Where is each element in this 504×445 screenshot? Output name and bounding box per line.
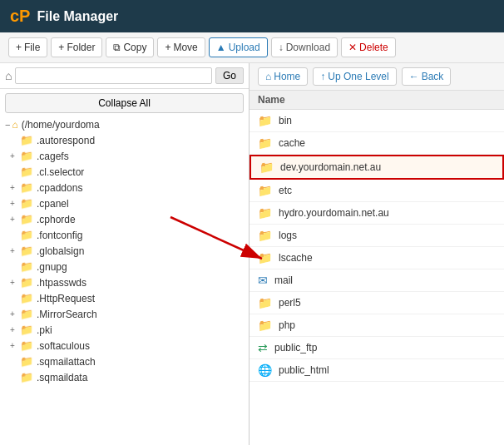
- tree-item-gnupg[interactable]: 📁 .gnupg: [3, 259, 245, 274]
- file-row-hydro[interactable]: 📁 hydro.yourdomain.net.au: [250, 202, 504, 225]
- file-row-public-ftp[interactable]: ⇄ public_ftp: [250, 337, 504, 359]
- main-content: ⌂ Go Collapse All − ⌂ (/home/yourdoma 📁 …: [0, 63, 504, 445]
- folder-icon: 📁: [258, 319, 272, 332]
- file-row-logs[interactable]: 📁 logs: [250, 225, 504, 247]
- tree-item-cpanel[interactable]: + 📁 .cpanel: [3, 195, 245, 211]
- pki-expand: +: [10, 325, 20, 334]
- tree-item-root[interactable]: − ⌂ (/home/yourdoma: [3, 117, 245, 132]
- go-button[interactable]: Go: [215, 67, 244, 84]
- folder-icon: 📁: [258, 229, 272, 242]
- file-label: File: [24, 42, 40, 53]
- folder-icon: 📁: [20, 292, 33, 304]
- tree-item-clselector[interactable]: 📁 .cl.selector: [3, 164, 245, 180]
- download-icon: ↓: [279, 42, 284, 53]
- tree-item-pki[interactable]: + 📁 .pki: [3, 322, 245, 338]
- folder-icon: 📁: [258, 114, 272, 127]
- back-icon: ←: [409, 71, 419, 82]
- cagefs-expand: +: [10, 151, 20, 161]
- collapse-all-button[interactable]: Collapse All: [5, 93, 244, 113]
- file-button[interactable]: + File: [8, 37, 47, 57]
- file-name-php: php: [279, 319, 295, 331]
- back-button[interactable]: ← Back: [402, 67, 452, 86]
- htpasswds-expand: +: [10, 278, 20, 287]
- main-toolbar: + File + Folder ⧉ Copy + Move ▲ Upload ↓…: [0, 32, 504, 63]
- move-button[interactable]: + Move: [157, 37, 205, 57]
- file-icon: +: [16, 42, 22, 53]
- cpanel-logo: cP: [10, 7, 30, 26]
- softaculous-expand: +: [10, 341, 20, 350]
- folder-icon: 📁: [20, 245, 33, 257]
- file-name-hydro: hydro.yourdomain.net.au: [279, 207, 389, 219]
- tree-item-cphorde[interactable]: + 📁 .cphorde: [3, 211, 245, 227]
- fontconfig-label: .fontconfig: [37, 230, 82, 241]
- home-nav-icon: ⌂: [265, 71, 271, 82]
- path-home-icon: ⌂: [5, 69, 12, 82]
- mail-icon: ✉: [258, 274, 268, 287]
- folder-icon: 📁: [258, 296, 272, 309]
- delete-button[interactable]: ✕ Delete: [341, 37, 396, 57]
- up-one-level-button[interactable]: ↑ Up One Level: [313, 67, 396, 86]
- globe-icon: 🌐: [258, 363, 272, 377]
- path-input[interactable]: [15, 67, 212, 84]
- sqmaildata-label: .sqmaildata: [37, 372, 87, 383]
- file-list-panel: ⌂ Home ↑ Up One Level ← Back Name 📁 bin …: [250, 63, 504, 445]
- file-name-lscache: lscache: [279, 252, 313, 264]
- tree-item-htpasswds[interactable]: + 📁 .htpasswds: [3, 274, 245, 290]
- tree-item-autorespond[interactable]: 📁 .autorespond: [3, 132, 245, 148]
- cpaddons-label: .cpaddons: [37, 182, 82, 194]
- folder-label: Folder: [67, 42, 95, 53]
- folder-icon: 📁: [258, 184, 272, 197]
- file-row-perl5[interactable]: 📁 perl5: [250, 292, 504, 314]
- file-row-dev[interactable]: 📁 dev.yourdomain.net.au: [250, 155, 504, 180]
- tree-item-sqmailattach[interactable]: 📁 .sqmailattach: [3, 354, 245, 369]
- file-name-cache: cache: [279, 137, 305, 149]
- htpasswds-label: .htpasswds: [37, 277, 86, 289]
- app-header: cP File Manager: [0, 0, 504, 32]
- root-label: (/home/yourdoma: [22, 119, 100, 131]
- gnupg-label: .gnupg: [37, 261, 67, 273]
- tree-item-cagefs[interactable]: + 📁 .cagefs: [3, 148, 245, 164]
- file-name-bin: bin: [279, 115, 292, 126]
- httprequest-label: .HttpRequest: [37, 293, 95, 304]
- file-row-mail[interactable]: ✉ mail: [250, 269, 504, 292]
- file-row-bin[interactable]: 📁 bin: [250, 110, 504, 132]
- path-bar: ⌂ Go: [0, 63, 249, 89]
- folder-icon: 📁: [20, 260, 33, 273]
- tree-item-httprequest[interactable]: 📁 .HttpRequest: [3, 290, 245, 306]
- folder-icon: 📁: [20, 308, 33, 320]
- tree-item-sqmaildata[interactable]: 📁 .sqmaildata: [3, 369, 245, 385]
- folder-icon: 📁: [20, 197, 33, 210]
- softaculous-label: .softaculous: [37, 340, 90, 352]
- file-row-etc[interactable]: 📁 etc: [250, 180, 504, 202]
- mirrorsearch-expand: +: [10, 309, 20, 319]
- file-row-cache[interactable]: 📁 cache: [250, 132, 504, 155]
- tree-item-globalsign[interactable]: + 📁 .globalsign: [3, 243, 245, 259]
- file-row-lscache[interactable]: 📁 lscache: [250, 247, 504, 269]
- folder-icon: 📁: [20, 134, 33, 146]
- tree-item-mirrorsearch[interactable]: + 📁 .MirrorSearch: [3, 306, 245, 322]
- tree-item-cpaddons[interactable]: + 📁 .cpaddons: [3, 180, 245, 195]
- tree-item-softaculous[interactable]: + 📁 .softaculous: [3, 338, 245, 354]
- move-label: Move: [173, 42, 197, 53]
- file-row-php[interactable]: 📁 php: [250, 314, 504, 337]
- home-nav-button[interactable]: ⌂ Home: [258, 67, 308, 86]
- delete-icon: ✕: [348, 42, 357, 53]
- file-tree-panel: ⌂ Go Collapse All − ⌂ (/home/yourdoma 📁 …: [0, 63, 250, 445]
- copy-label: Copy: [123, 42, 146, 53]
- move-icon: +: [165, 42, 170, 53]
- root-expand-icon: −: [5, 120, 10, 130]
- file-name-mail: mail: [274, 274, 293, 286]
- download-button[interactable]: ↓ Download: [271, 37, 338, 57]
- app-title: File Manager: [37, 9, 118, 24]
- upload-button[interactable]: ▲ Upload: [209, 37, 268, 57]
- file-row-public-html[interactable]: 🌐 public_html: [250, 359, 504, 382]
- ftp-icon: ⇄: [258, 341, 268, 354]
- file-list-header: Name: [250, 91, 504, 110]
- autorespond-label: .autorespond: [37, 135, 95, 146]
- upload-label: Upload: [229, 42, 260, 53]
- copy-icon: ⧉: [113, 42, 121, 53]
- tree-item-fontconfig[interactable]: 📁 .fontconfig: [3, 227, 245, 243]
- folder-button[interactable]: + Folder: [51, 37, 102, 57]
- folder-plus-icon: +: [58, 42, 64, 53]
- copy-button[interactable]: ⧉ Copy: [106, 37, 154, 57]
